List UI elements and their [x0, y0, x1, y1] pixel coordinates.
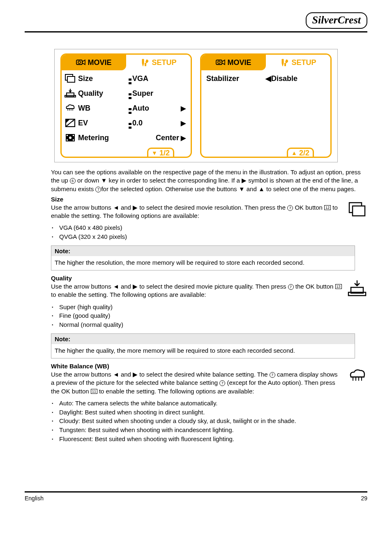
tab-movie[interactable]: MOVIE — [62, 55, 126, 70]
svg-point-11 — [69, 136, 71, 139]
quality-paragraph: Use the arrow buttons ◄ and ▶ to select … — [26, 282, 367, 299]
arrow-right-icon: ▶ — [181, 134, 188, 142]
quality-icon — [347, 279, 367, 298]
wb-icon — [64, 103, 78, 113]
movie-camera-icon — [216, 58, 226, 67]
list-item: VGA (640 x 480 pixels) — [59, 223, 367, 232]
screen-movie-page1: MOVIE SETUP Size VGA — [60, 53, 192, 158]
ref-7: 7 — [95, 187, 101, 192]
ref-7: 7 — [288, 284, 294, 290]
list-item: Fine (good quality) — [59, 311, 367, 320]
note-heading: Note: — [51, 334, 355, 344]
menu-label: WB — [78, 104, 127, 113]
intro-paragraph: You can see the options available on the… — [26, 168, 367, 193]
ref-6: 6 — [70, 178, 76, 184]
svg-rect-0 — [76, 60, 82, 65]
menu-row-wb[interactable]: WB Auto ▶ — [64, 101, 188, 116]
menu-value: 0.0 — [132, 119, 181, 127]
menu-value: VGA — [132, 74, 181, 83]
svg-rect-15 — [73, 139, 74, 141]
list-item: Cloudy: Best suited when shooting under … — [59, 416, 367, 426]
svg-rect-12 — [67, 135, 68, 136]
brand-logo: SilverCrest — [306, 12, 367, 29]
size-icon — [64, 73, 78, 84]
list-item: Auto: The camera selects the white balan… — [59, 399, 367, 408]
menu-label: Metering — [78, 134, 127, 142]
tab-movie-label: MOVIE — [227, 58, 251, 67]
svg-rect-14 — [67, 139, 68, 141]
pager-2of2: ▲ 2/2 — [287, 148, 314, 157]
footer-language: English — [25, 495, 44, 502]
svg-text:-: - — [67, 123, 69, 127]
tab-setup[interactable]: SETUP — [126, 55, 191, 70]
svg-rect-20 — [353, 206, 365, 216]
svg-rect-2 — [145, 63, 146, 66]
quality-options-list: Super (high quality) Fine (good quality)… — [26, 303, 367, 329]
heading-size: Size — [51, 196, 367, 203]
menu-label: Stabilizer — [204, 74, 265, 83]
menu-value: Auto — [132, 104, 181, 113]
menu-row-stabilizer[interactable]: Stabilizer ◀ Disable — [204, 71, 328, 86]
svg-text:+: + — [72, 119, 74, 123]
size-paragraph: Use the arrow buttons ◄ and ▶ to select … — [26, 204, 367, 220]
menu-value: Center — [132, 134, 181, 142]
size-options-list: VGA (640 x 480 pixels) QVGA (320 x 240 p… — [26, 223, 367, 241]
tab-movie[interactable]: MOVIE — [201, 55, 266, 70]
menu-screenshots-panel: MOVIE SETUP Size VGA — [54, 49, 338, 162]
ref-7: 7 — [270, 372, 275, 378]
movie-camera-icon — [76, 58, 86, 67]
svg-rect-22 — [348, 292, 366, 296]
ref-7: 7 — [219, 380, 225, 386]
note-quality: Note: The higher the quality, the more m… — [51, 333, 355, 358]
ref-11: 11 — [91, 389, 97, 394]
ref-12: 12 — [324, 205, 331, 210]
svg-rect-4 — [67, 76, 75, 82]
ev-icon: -+ — [64, 118, 78, 128]
list-item: Daylight: Best suited when shooting in d… — [59, 408, 367, 417]
size-icon — [347, 200, 367, 219]
wb-paragraph: Use the arrow buttons ◄ and ▶ to select … — [26, 370, 367, 395]
arrow-left-icon: ◀ — [265, 74, 271, 83]
list-item: Fluorescent: Best suited when shooting w… — [59, 435, 367, 444]
footer-page-number: 29 — [361, 495, 367, 502]
arrow-right-icon: ▶ — [181, 119, 188, 127]
triangle-down-icon: ▼ — [152, 150, 157, 156]
list-item: Tungsten: Best suited when shooting with… — [59, 426, 367, 435]
svg-point-1 — [78, 61, 81, 64]
svg-rect-16 — [216, 60, 222, 65]
tab-setup[interactable]: SETUP — [266, 55, 330, 70]
ref-13: 13 — [335, 284, 342, 289]
tab-movie-label: MOVIE — [88, 58, 111, 67]
list-item: QVGA (320 x 240 pixels) — [59, 232, 367, 241]
arrow-right-icon: ▶ — [181, 104, 188, 112]
menu-value: Super — [132, 89, 181, 98]
screen-movie-page2: MOVIE SETUP Stabilizer ◀ Disable ▲ 2/2 — [200, 53, 332, 158]
menu-value: Disable — [271, 74, 328, 83]
svg-point-17 — [218, 61, 220, 64]
tools-icon — [140, 58, 150, 67]
tools-icon — [280, 58, 290, 67]
note-body: The higher the quality, the more memory … — [51, 344, 355, 358]
wb-options-list: Auto: The camera selects the white balan… — [26, 399, 367, 444]
header-rule — [25, 31, 367, 32]
heading-quality: Quality — [51, 275, 367, 282]
menu-row-quality[interactable]: Quality Super — [64, 86, 188, 101]
menu-row-metering[interactable]: Metering Center ▶ — [64, 130, 188, 145]
note-body: The higher the resolution, the more memo… — [51, 256, 355, 270]
list-item: Normal (normal quality) — [59, 320, 367, 329]
note-size: Note: The higher the resolution, the mor… — [51, 245, 355, 271]
tab-setup-label: SETUP — [152, 58, 176, 67]
menu-label: Quality — [78, 89, 127, 98]
menu-row-size[interactable]: Size VGA — [64, 71, 188, 86]
ref-7: 7 — [287, 205, 293, 211]
heading-wb: White Balance (WB) — [51, 363, 367, 370]
list-item: Super (high quality) — [59, 303, 367, 312]
menu-row-ev[interactable]: -+ EV 0.0 ▶ — [64, 116, 188, 130]
menu-label: Size — [78, 74, 127, 83]
quality-icon — [64, 88, 78, 99]
svg-rect-18 — [284, 63, 286, 66]
note-heading: Note: — [51, 246, 355, 256]
pager-1of2: ▼ 1/2 — [147, 148, 174, 157]
metering-icon — [64, 132, 78, 143]
tab-setup-label: SETUP — [291, 58, 316, 67]
